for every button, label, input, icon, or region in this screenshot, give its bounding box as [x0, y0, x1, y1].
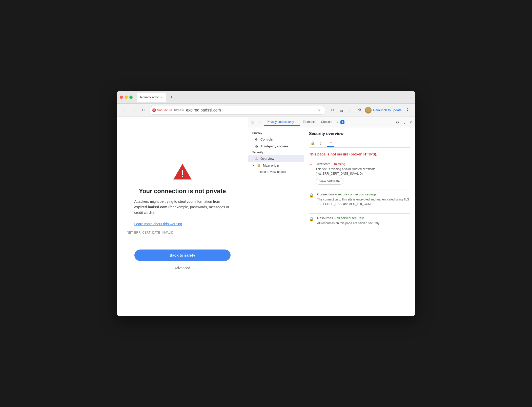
devtools-tabs: ⊡ ▭ Privacy and security × Elements Cons… [248, 117, 415, 127]
resources-title: Resources – all served securely [317, 216, 380, 220]
forward-icon: → [131, 108, 135, 112]
minimize-traffic-light[interactable] [125, 96, 128, 99]
cast-icon[interactable]: ⬚ [347, 106, 354, 114]
tab-privacy-close-icon[interactable]: × [296, 121, 297, 123]
not-secure-badge: ✕ Not Secure [152, 108, 172, 112]
back-to-safety-button[interactable]: Back to safety [134, 250, 231, 261]
error-code: NET::ERR_CERT_DATE_INVALID [127, 231, 173, 234]
view-certificate-button[interactable]: View certificate [316, 178, 343, 185]
toolbar: ← → ↻ ✕ Not Secure https://expired.badss… [117, 104, 415, 117]
sidebar-item-controls[interactable]: ⚙ Controls [248, 136, 304, 143]
sec-connection-item: 🔒 Connection – secure connection setting… [309, 192, 410, 208]
sidebar-item-cookies[interactable]: ◑ Third-party cookies [248, 143, 304, 150]
address-protocol: https:// [174, 108, 184, 112]
devtools-content: Privacy ⚙ Controls ◑ Third-party cookies… [248, 127, 415, 316]
browser-window: Privacy error × + ⌄ ← → ↻ ✕ Not Secure h… [117, 91, 415, 316]
sec-tab-warning-icon[interactable]: ⚠ [327, 140, 334, 147]
connection-desc: The connection to this site is encrypted… [317, 197, 410, 206]
cert-status: missing [334, 162, 345, 166]
resources-desc: All resources on this page are served se… [317, 221, 380, 225]
sec-tab-origin-icon[interactable]: ⬚ [318, 140, 325, 147]
main-origin-label: Main origin [263, 164, 279, 167]
devtools-settings-icon[interactable]: ⚙ [394, 119, 401, 125]
sidebar-sub-reload: Reload to view details [248, 169, 304, 175]
cert-content: Certificate – missing This site is missi… [316, 162, 410, 185]
reload-icon: ↻ [141, 108, 145, 112]
cert-desc: This site is missing a valid, trusted ce… [316, 167, 410, 176]
connection-title: Connection – secure connection settings [317, 192, 410, 196]
active-tab[interactable]: Privacy error × [137, 93, 166, 102]
divider-2 [309, 213, 410, 214]
devtools-toolbar-icons: ⊡ ▭ [250, 119, 262, 125]
main-content: ! Your connection is not private Attacke… [117, 117, 415, 316]
security-section-label: Security [248, 150, 304, 155]
title-bar: Privacy error × + ⌄ [117, 91, 415, 104]
tab-console[interactable]: Console [319, 119, 335, 126]
avatar[interactable] [365, 107, 372, 114]
cert-title: Certificate – missing [316, 162, 410, 166]
reload-button[interactable]: ↻ [139, 107, 147, 114]
error-body-part1: Attackers might be trying to steal your … [134, 199, 220, 204]
advanced-button[interactable]: Advanced [174, 266, 190, 270]
learn-more-link[interactable]: Learn more about this warning [134, 222, 182, 226]
address-bar[interactable]: ✕ Not Secure https://expired.badssl.com … [149, 106, 326, 115]
toolbar-icons: ✂ 🖨 ⬚ ⚗ Relaunch to update ⋮ [329, 106, 412, 114]
error-page: ! Your connection is not private Attacke… [117, 117, 248, 316]
more-menu-button[interactable]: ⋮ [403, 106, 412, 114]
sidebar-item-overview[interactable]: ⚠ Overview [248, 155, 304, 162]
error-domain: expired.badssl.com [134, 205, 168, 209]
error-triangle-icon: ! [172, 163, 193, 180]
cookies-icon: ◑ [254, 144, 258, 148]
sec-not-secure-message: This page is not secure (broken HTTPS). [309, 152, 410, 157]
sidebar-item-main-origin[interactable]: ▼ 🔒 Main origin [248, 162, 304, 169]
back-icon: ← [122, 108, 126, 112]
traffic-lights [120, 96, 133, 99]
bookmark-icon[interactable]: ☆ [315, 106, 323, 114]
main-origin-lock-icon: 🔒 [257, 164, 261, 167]
divider-1 [309, 190, 410, 190]
inspector-icon[interactable]: ⊡ [250, 119, 255, 125]
security-overview-panel: Security overview 🔒 ⬚ ⚠ This page is not… [304, 127, 415, 316]
back-button[interactable]: ← [120, 107, 127, 114]
privacy-section-label: Privacy [248, 130, 304, 136]
connection-content: Connection – secure connection settings … [317, 192, 410, 208]
security-overview-title: Security overview [309, 131, 410, 136]
scissors-icon[interactable]: ✂ [329, 106, 336, 114]
connection-status: secure connection settings [337, 192, 376, 196]
svg-text:!: ! [181, 169, 184, 179]
not-secure-label: Not Secure [157, 108, 172, 112]
more-tabs-button[interactable]: » [335, 119, 340, 125]
forward-button[interactable]: → [130, 107, 137, 114]
tab-elements[interactable]: Elements [300, 119, 318, 126]
devtools-close-button[interactable]: × [408, 119, 413, 125]
controls-label: Controls [260, 138, 273, 141]
resources-status: all served securely [337, 216, 364, 220]
controls-icon: ⚙ [254, 138, 258, 141]
close-traffic-light[interactable] [120, 96, 123, 99]
error-icon-wrapper: ! [172, 163, 193, 182]
not-secure-icon: ✕ [152, 108, 156, 112]
cookies-label: Third-party cookies [260, 144, 289, 148]
comment-badge: 1 [340, 120, 344, 124]
connection-lock-icon: 🔒 [309, 193, 314, 198]
resources-content: Resources – all served securely All reso… [317, 216, 380, 228]
tab-close-button[interactable]: × [161, 96, 162, 99]
sec-tab-lock-icon[interactable]: 🔒 [309, 140, 316, 147]
print-icon[interactable]: 🖨 [338, 106, 345, 114]
overview-label: Overview [260, 157, 274, 161]
new-tab-button[interactable]: + [168, 95, 175, 100]
relaunch-button[interactable]: Relaunch to update [373, 108, 402, 112]
tab-list-chevron-icon[interactable]: ⌄ [410, 96, 412, 99]
reload-msg: Reload to view details [256, 170, 286, 174]
device-icon[interactable]: ▭ [256, 119, 262, 125]
collapse-arrow-icon: ▼ [252, 164, 255, 167]
devtools-more-icon[interactable]: ⋮ [401, 119, 408, 125]
sec-resources-item: 🔒 Resources – all served securely All re… [309, 216, 410, 228]
lab-icon[interactable]: ⚗ [356, 106, 363, 114]
tab-title: Privacy error [140, 95, 159, 99]
tab-privacy-security[interactable]: Privacy and security × [264, 119, 300, 126]
devtools-sidebar: Privacy ⚙ Controls ◑ Third-party cookies… [248, 127, 304, 316]
sec-certificate-item: ⚠ Certificate – missing This site is mis… [309, 162, 410, 185]
fullscreen-traffic-light[interactable] [129, 96, 133, 99]
overview-warning-icon: ⚠ [254, 157, 258, 161]
